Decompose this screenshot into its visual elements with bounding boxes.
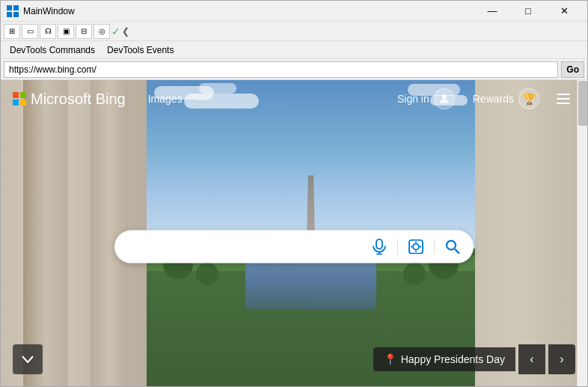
browser-content: Microsoft Bing Images ··· Sign in bbox=[1, 80, 587, 386]
microphone-icon[interactable] bbox=[370, 237, 388, 255]
search-container bbox=[114, 230, 474, 263]
menu-devtools-events[interactable]: DevTools Events bbox=[101, 43, 180, 57]
rewards-trophy-icon: 🏆 bbox=[518, 88, 539, 109]
menu-bar: DevTools Commands DevTools Events bbox=[1, 41, 587, 59]
bing-header: Microsoft Bing Images ··· Sign in bbox=[1, 80, 587, 118]
window-controls: — □ ✕ bbox=[475, 1, 581, 22]
toolbar-btn-2[interactable]: ▭ bbox=[22, 24, 38, 39]
search-divider bbox=[397, 239, 398, 254]
bing-header-right: Sign in Rewards 🏆 bbox=[391, 85, 575, 112]
search-box bbox=[114, 230, 474, 263]
toolbar-arrow-icon: ❮ bbox=[122, 26, 129, 37]
toolbar-btn-6[interactable]: ◎ bbox=[94, 24, 110, 39]
nav-more-button[interactable]: ··· bbox=[192, 90, 212, 108]
toolbar-btn-1[interactable]: ⊞ bbox=[4, 24, 20, 39]
debug-toolbar: ⊞ ▭ ☊ ▣ ⊟ ◎ ✓ ❮ bbox=[1, 22, 587, 41]
location-pin-icon: 📍 bbox=[384, 353, 396, 365]
toolbar-btn-5[interactable]: ⊟ bbox=[76, 24, 92, 39]
trees-right-2 bbox=[403, 263, 426, 285]
prev-arrow-icon: ‹ bbox=[530, 353, 533, 366]
rewards-button[interactable]: Rewards 🏆 bbox=[467, 85, 545, 112]
location-text: Happy Presidents Day bbox=[401, 353, 505, 365]
svg-rect-5 bbox=[376, 239, 382, 249]
scroll-down-button[interactable] bbox=[13, 344, 43, 374]
logo-sq-yellow bbox=[20, 100, 26, 106]
hamburger-line-3 bbox=[557, 103, 570, 104]
close-button[interactable]: ✕ bbox=[547, 1, 581, 22]
status-check-icon: ✓ bbox=[111, 25, 120, 37]
app-icon bbox=[7, 5, 19, 17]
logo-sq-blue bbox=[13, 100, 19, 106]
address-bar: Go bbox=[1, 59, 587, 80]
visual-search-icon[interactable] bbox=[407, 237, 425, 255]
scrollbar[interactable] bbox=[577, 80, 587, 386]
bottom-controls: 📍 Happy Presidents Day ‹ › bbox=[1, 344, 587, 374]
rewards-label: Rewards bbox=[473, 93, 514, 105]
sign-in-button[interactable]: Sign in bbox=[391, 85, 461, 112]
trees-left-2 bbox=[196, 263, 218, 285]
hamburger-line-1 bbox=[557, 94, 570, 95]
title-bar: MainWindow — □ ✕ bbox=[1, 1, 587, 22]
nav-images[interactable]: Images bbox=[141, 90, 190, 108]
sign-in-label: Sign in bbox=[397, 93, 429, 105]
search-icons bbox=[370, 237, 462, 255]
hamburger-line-2 bbox=[557, 98, 570, 100]
next-location-button[interactable]: › bbox=[548, 344, 575, 374]
svg-rect-2 bbox=[7, 12, 12, 17]
window-title: MainWindow bbox=[23, 6, 475, 16]
svg-rect-3 bbox=[13, 12, 19, 17]
search-divider-2 bbox=[434, 239, 435, 254]
prev-location-button[interactable]: ‹ bbox=[518, 344, 545, 374]
location-info: 📍 Happy Presidents Day ‹ › bbox=[373, 344, 575, 374]
svg-point-14 bbox=[447, 240, 456, 249]
main-window: MainWindow — □ ✕ ⊞ ▭ ☊ ▣ ⊟ ◎ ✓ ❮ DevTool… bbox=[0, 0, 588, 387]
search-submit-icon[interactable] bbox=[444, 237, 462, 255]
menu-devtools-commands[interactable]: DevTools Commands bbox=[4, 43, 101, 57]
next-arrow-icon: › bbox=[560, 353, 563, 366]
avatar-icon bbox=[434, 88, 455, 109]
toolbar-btn-4[interactable]: ▣ bbox=[58, 24, 74, 39]
hamburger-menu-button[interactable] bbox=[551, 87, 575, 111]
svg-rect-0 bbox=[7, 5, 12, 10]
maximize-button[interactable]: □ bbox=[511, 1, 545, 22]
toolbar-btn-3[interactable]: ☊ bbox=[40, 24, 56, 39]
bing-logo-text: Microsoft Bing bbox=[31, 91, 126, 108]
location-button[interactable]: 📍 Happy Presidents Day bbox=[373, 347, 515, 371]
bing-page: Microsoft Bing Images ··· Sign in bbox=[1, 80, 587, 386]
svg-rect-1 bbox=[13, 5, 19, 10]
bing-logo[interactable]: Microsoft Bing bbox=[13, 91, 126, 108]
toolbar-icons: ⊞ ▭ ☊ ▣ ⊟ ◎ ✓ ❮ bbox=[4, 24, 584, 39]
logo-sq-green bbox=[20, 92, 26, 98]
minimize-button[interactable]: — bbox=[475, 1, 509, 22]
svg-point-9 bbox=[413, 243, 419, 249]
url-input[interactable] bbox=[4, 61, 558, 78]
bing-logo-squares bbox=[13, 92, 26, 106]
bing-nav: Images ··· bbox=[141, 90, 391, 108]
search-input[interactable] bbox=[126, 240, 370, 253]
svg-line-15 bbox=[455, 249, 459, 253]
scrollbar-thumb[interactable] bbox=[578, 81, 587, 126]
go-button[interactable]: Go bbox=[561, 61, 584, 78]
logo-sq-red bbox=[13, 92, 19, 98]
svg-point-4 bbox=[442, 94, 447, 99]
